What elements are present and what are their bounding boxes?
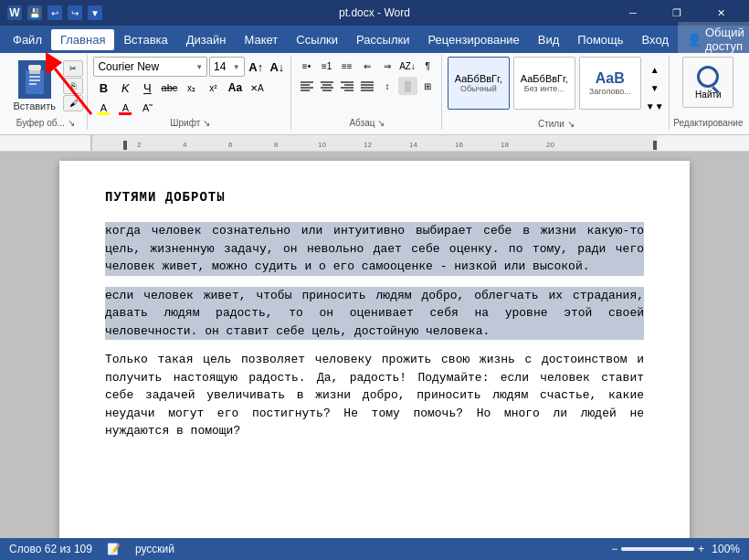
- ruler: 2 4 6 8 10 12 14 16 18 20: [0, 135, 749, 152]
- format-painter-button[interactable]: 🖌: [63, 95, 83, 111]
- italic-button[interactable]: K: [115, 79, 135, 97]
- cut-button[interactable]: ✂: [63, 60, 83, 77]
- change-case-button[interactable]: Aa: [225, 79, 245, 97]
- strikethrough-button[interactable]: abc: [159, 79, 179, 97]
- menu-login[interactable]: Вход: [633, 29, 678, 50]
- indent-increase-button[interactable]: ⇒: [377, 57, 396, 75]
- shading-button[interactable]: ░: [398, 77, 417, 95]
- zoom-level: 100%: [712, 543, 740, 555]
- editing-label: Редактирование: [673, 118, 743, 128]
- save-icon[interactable]: 💾: [27, 5, 42, 20]
- customize-icon[interactable]: ▼: [88, 5, 102, 20]
- zoom-slider-fill: [621, 547, 694, 551]
- list-multi-button[interactable]: ≡≡: [337, 57, 356, 75]
- copy-button[interactable]: ⎘: [63, 78, 83, 94]
- paste-icon: [18, 60, 51, 99]
- editing-group: Найти Редактирование: [671, 55, 745, 130]
- window-title: pt.docx - Word: [339, 6, 410, 19]
- menu-home[interactable]: Главная: [51, 29, 114, 50]
- share-icon: 👤: [687, 33, 702, 47]
- zoom-decrease-button[interactable]: −: [611, 543, 617, 555]
- language[interactable]: русский: [135, 543, 174, 555]
- zoom-increase-button[interactable]: +: [698, 543, 704, 555]
- font-increase-button[interactable]: A↑: [247, 58, 266, 76]
- clear-format-button[interactable]: ✕A: [247, 79, 267, 97]
- svg-rect-5: [29, 76, 40, 78]
- share-label: Общий доступ: [705, 26, 744, 53]
- styles-group: АаБбВвГг, Обычный АаБбВвГг, Без инте... …: [444, 55, 670, 130]
- style-no-spacing[interactable]: АаБбВвГг, Без инте...: [513, 57, 575, 110]
- indent-decrease-button[interactable]: ⇐: [357, 57, 376, 75]
- clipboard-label: Буфер об... ↘: [16, 116, 75, 128]
- list-bullet-button[interactable]: ≡•: [297, 57, 316, 75]
- border-button[interactable]: ⊞: [418, 77, 438, 95]
- clipboard-expand-icon[interactable]: ↘: [68, 118, 75, 128]
- superscript-button[interactable]: x²: [203, 79, 223, 97]
- spell-check-icon[interactable]: 📝: [107, 543, 121, 555]
- highlight-button[interactable]: A: [93, 99, 113, 117]
- underline-button[interactable]: Ч: [137, 79, 157, 97]
- paragraph-1-text: когда человек сознательно или интуитивно…: [105, 224, 644, 273]
- word-icon: W: [7, 5, 22, 20]
- show-marks-button[interactable]: ¶: [418, 57, 438, 75]
- font-size-selector[interactable]: 14 ▼: [209, 57, 245, 77]
- svg-rect-7: [29, 83, 37, 85]
- styles-more[interactable]: ▼▼: [645, 97, 665, 115]
- minimize-button[interactable]: ─: [612, 0, 654, 26]
- menu-references[interactable]: Ссылки: [287, 29, 347, 50]
- text-effect-button[interactable]: A˜: [137, 99, 157, 117]
- paragraph-3[interactable]: Только такая цель позволяет человеку про…: [105, 351, 644, 440]
- paragraph-3-text: Только такая цель позволяет человеку про…: [105, 353, 644, 438]
- paste-button[interactable]: Вставить: [7, 57, 61, 115]
- align-right-button[interactable]: [337, 77, 356, 95]
- styles-scroll-down[interactable]: ▼: [645, 79, 665, 97]
- svg-text:4: 4: [183, 141, 187, 149]
- undo-icon[interactable]: ↩: [47, 5, 62, 20]
- menu-design[interactable]: Дизайн: [177, 29, 236, 50]
- align-center-button[interactable]: [317, 77, 336, 95]
- svg-text:12: 12: [364, 141, 372, 149]
- styles-scroll-up[interactable]: ▲: [645, 60, 665, 79]
- paragraph-2[interactable]: если человек живет, чтобы приносить людя…: [105, 287, 644, 341]
- menu-layout[interactable]: Макет: [235, 29, 287, 50]
- subscript-button[interactable]: x₂: [181, 79, 201, 97]
- bold-button[interactable]: B: [93, 79, 113, 97]
- font-group-label: Шрифт ↘: [93, 118, 287, 128]
- document-title: ПУТЯМИ ДОБРОТЫ: [105, 188, 644, 207]
- style-normal[interactable]: АаБбВвГг, Обычный: [448, 57, 510, 110]
- font-name-selector[interactable]: Courier New ▼: [93, 57, 207, 77]
- menu-view[interactable]: Вид: [529, 29, 569, 50]
- ribbon: Вставить ✂ ⎘ 🖌 Буфер об... ↘: [0, 53, 749, 135]
- font-expand-icon[interactable]: ↘: [203, 118, 210, 128]
- font-color-button[interactable]: A: [115, 99, 135, 117]
- menu-mailings[interactable]: Рассылки: [347, 29, 418, 50]
- redo-icon[interactable]: ↪: [68, 5, 82, 20]
- paragraph-label: Абзац ↘: [297, 118, 438, 128]
- share-button[interactable]: 👤 Общий доступ: [678, 22, 749, 57]
- font-decrease-button[interactable]: A↓: [268, 58, 287, 76]
- menu-help[interactable]: Помощь: [568, 29, 632, 50]
- document-page[interactable]: ПУТЯМИ ДОБРОТЫ когда человек сознательно…: [59, 161, 690, 538]
- title-bar-left: W 💾 ↩ ↪ ▼: [7, 5, 102, 20]
- style-normal-label: Обычный: [460, 84, 497, 93]
- justify-button[interactable]: [357, 77, 376, 95]
- menu-file[interactable]: Файл: [4, 29, 51, 50]
- menu-review[interactable]: Рецензирование: [418, 29, 528, 50]
- sort-button[interactable]: AZ↓: [398, 57, 417, 75]
- style-heading1[interactable]: AaB Заголово...: [579, 57, 641, 110]
- paragraph-group: ≡• ≡1 ≡≡ ⇐ ⇒ AZ↓ ¶: [293, 55, 442, 130]
- svg-text:20: 20: [546, 141, 554, 149]
- find-button[interactable]: Найти: [682, 57, 733, 108]
- title-bar: W 💾 ↩ ↪ ▼ pt.docx - Word ─ ❐ ✕: [0, 0, 749, 26]
- zoom-control[interactable]: − + 100%: [611, 543, 740, 555]
- list-number-button[interactable]: ≡1: [317, 57, 336, 75]
- document-area[interactable]: ПУТЯМИ ДОБРОТЫ когда человек сознательно…: [0, 152, 749, 538]
- font-name-value: Courier New: [98, 60, 159, 73]
- align-left-button[interactable]: [297, 77, 316, 95]
- para-expand-icon[interactable]: ↘: [377, 118, 385, 128]
- zoom-slider-track[interactable]: [621, 547, 694, 551]
- paragraph-1[interactable]: когда человек сознательно или интуитивно…: [105, 222, 644, 276]
- line-spacing-button[interactable]: ↕: [377, 77, 396, 95]
- styles-expand-icon[interactable]: ↘: [567, 119, 575, 129]
- menu-insert[interactable]: Вставка: [114, 29, 176, 50]
